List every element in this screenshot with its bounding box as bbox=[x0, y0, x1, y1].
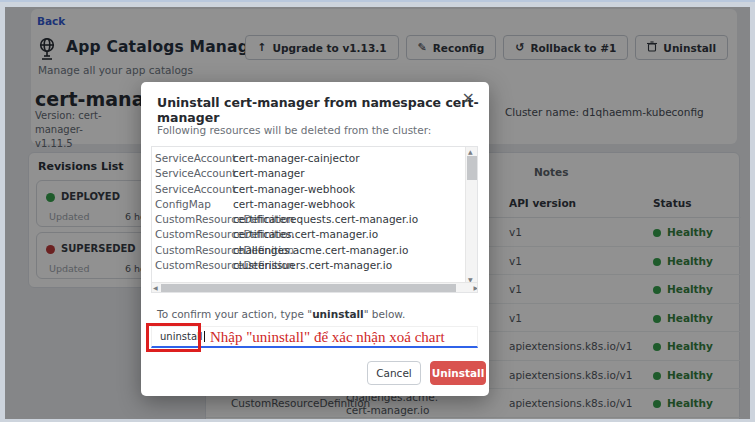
resource-name: cert-manager-cainjector bbox=[233, 152, 360, 164]
resource-kind: ServiceAccount bbox=[155, 152, 236, 164]
resource-name: certificaterequests.cert-manager.io bbox=[233, 213, 418, 225]
resource-kind: ServiceAccount bbox=[155, 183, 236, 195]
resource-row: CustomResourceDefinition challenges.acme… bbox=[152, 242, 465, 257]
resource-row: CustomResourceDefinition certificaterequ… bbox=[152, 211, 465, 226]
scroll-up-icon[interactable]: ▲ bbox=[468, 148, 473, 155]
resource-kind: ConfigMap bbox=[155, 198, 211, 210]
resource-row: ServiceAccount cert-manager-cainjector bbox=[152, 150, 465, 165]
resource-name: clusterissuers.cert-manager.io bbox=[233, 259, 392, 271]
screenshot-frame: Back App Catalogs Management Manage all … bbox=[0, 0, 755, 422]
horizontal-scroll-thumb[interactable] bbox=[161, 284, 456, 292]
modal-title: Uninstall cert-manager from namespace ce… bbox=[157, 95, 489, 125]
scroll-left-icon[interactable]: ◀ bbox=[153, 284, 158, 291]
resource-name: cert-manager-webhook bbox=[233, 198, 355, 210]
resource-row: CustomResourceDefinition clusterissuers.… bbox=[152, 257, 465, 272]
resource-name: cert-manager-webhook bbox=[233, 183, 355, 195]
annotation-highlight-box bbox=[146, 323, 201, 352]
resource-row: CustomResourceDefinition certificates.ce… bbox=[152, 226, 465, 241]
uninstall-confirm-button[interactable]: Uninstall bbox=[430, 361, 486, 385]
resource-name: challenges.acme.cert-manager.io bbox=[233, 244, 408, 256]
scroll-right-icon[interactable]: ▶ bbox=[473, 284, 478, 291]
resource-row: ServiceAccount cert-manager-webhook bbox=[152, 181, 465, 196]
resource-list-box: ServiceAccount cert-manager-cainjector S… bbox=[151, 146, 478, 293]
modal-subtitle: Following resources will be deleted from… bbox=[157, 124, 431, 136]
resource-name: cert-manager bbox=[233, 167, 305, 179]
app-window: Back App Catalogs Management Manage all … bbox=[5, 7, 750, 419]
resource-kind: ServiceAccount bbox=[155, 167, 236, 179]
horizontal-scrollbar[interactable]: ◀ ▶ bbox=[152, 282, 478, 292]
text-caret bbox=[204, 331, 205, 342]
resource-row: ConfigMap cert-manager-webhook bbox=[152, 196, 465, 211]
resource-name: certificates.cert-manager.io bbox=[233, 228, 378, 240]
annotation-text: Nhập "uninstall" để xác nhận xoá chart bbox=[210, 329, 445, 346]
close-icon[interactable]: × bbox=[462, 90, 475, 106]
resource-row: ServiceAccount cert-manager bbox=[152, 165, 465, 180]
confirm-instruction: To confirm your action, type "uninstall"… bbox=[157, 308, 405, 320]
vertical-scrollbar[interactable]: ▲ ▼ bbox=[465, 147, 477, 284]
vertical-scroll-thumb[interactable] bbox=[467, 156, 477, 180]
resource-list: ServiceAccount cert-manager-cainjector S… bbox=[152, 150, 465, 272]
cancel-button[interactable]: Cancel bbox=[367, 361, 421, 385]
